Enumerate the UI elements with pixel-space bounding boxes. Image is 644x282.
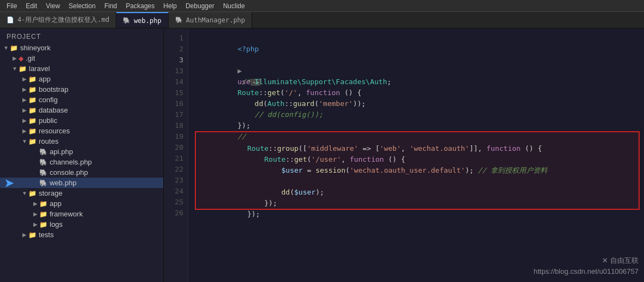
line-num-22: 22	[164, 164, 188, 175]
expand-arrow: ▶	[32, 201, 39, 207]
php-icon: 🐘	[39, 179, 47, 187]
watermark-logo: ✕ 自由互联	[534, 255, 639, 266]
line-num-25: 25	[164, 197, 188, 208]
menu-file[interactable]: File	[2, 1, 21, 11]
code-editor[interactable]: 1 2 3 13 14 15 16 17 18 19 20 21 22 23 2…	[164, 28, 644, 282]
line-num-19: 19	[164, 131, 188, 142]
code-content: 1 2 3 13 14 15 16 17 18 19 20 21 22 23 2…	[164, 28, 644, 282]
line-num-13: 13	[164, 66, 188, 77]
sidebar-item-framework[interactable]: ▶ 📁 framework	[0, 209, 163, 219]
folder-icon: 📁	[28, 190, 37, 197]
folder-icon: 📁	[10, 44, 18, 52]
folder-icon: 📁	[19, 65, 27, 73]
tab-auth-icon: 🐘	[175, 16, 183, 24]
highlight-region: Route::group(['middleware' => ['web', 'w…	[195, 131, 640, 210]
tab-md-label: 4-用户组件之微信授权登入.md	[17, 15, 109, 25]
tab-auth-manager[interactable]: 🐘 AuthManager.php	[169, 12, 252, 28]
sidebar-item-label: channels.php	[50, 158, 92, 166]
sidebar-item-storage-app[interactable]: ▶ 📁 app	[0, 198, 163, 209]
expand-arrow: ▶	[21, 232, 28, 238]
code-line-1: <?php	[195, 33, 644, 44]
code-line-21: $user = session('wechat.oauth_user.defau…	[196, 154, 639, 165]
sidebar-item-tests[interactable]: ▶ 📁 tests	[0, 230, 163, 240]
code-line-2	[195, 44, 644, 55]
sidebar-item-git[interactable]: ▶ ◆ .git	[0, 53, 163, 63]
expand-arrow: ▶	[21, 118, 28, 124]
tab-auth-label: AuthManager.php	[186, 16, 245, 24]
line-num-18: 18	[164, 120, 188, 131]
line-num-26: 26	[164, 208, 188, 219]
sidebar-item-label: console.php	[50, 168, 88, 177]
menu-selection[interactable]: Selection	[64, 1, 100, 11]
sidebar-item-logs[interactable]: ▶ 📁 logs	[0, 219, 163, 230]
folder-icon: 📁	[39, 210, 47, 218]
sidebar-item-label: laravel	[29, 64, 50, 73]
sidebar-item-channels-php[interactable]: 🐘 channels.php	[0, 157, 163, 167]
tab-web-label: web.php	[134, 17, 162, 25]
line-num-3: 3	[164, 55, 188, 66]
expand-arrow: ▶	[32, 221, 39, 227]
sidebar-item-laravel[interactable]: ▼ 📁 laravel	[0, 63, 163, 74]
sidebar-item-routes[interactable]: ▼ 📁 routes	[0, 136, 163, 146]
folder-icon: 📁	[28, 107, 37, 114]
code-line-25: });	[196, 198, 639, 209]
line-num-15: 15	[164, 87, 188, 98]
sidebar-item-label: .git	[26, 54, 35, 62]
menu-debugger[interactable]: Debugger	[181, 1, 219, 11]
tab-bar: 📄 4-用户组件之微信授权登入.md 🐘 web.php 🐘 AuthManag…	[0, 12, 644, 28]
sidebar-item-label: logs	[50, 220, 63, 228]
folder-icon: 📁	[28, 231, 37, 239]
sidebar-item-web-php[interactable]: 🐘 web.php ➤	[0, 178, 163, 188]
folder-icon: 📁	[28, 138, 37, 145]
sidebar-item-label: shineyork	[20, 44, 51, 52]
expand-arrow: ▶	[21, 97, 28, 103]
git-icon: ◆	[19, 55, 23, 62]
menu-edit[interactable]: Edit	[21, 1, 41, 11]
sidebar-item-label: config	[39, 96, 58, 104]
line-num-24: 24	[164, 186, 188, 197]
folder-icon: 📁	[28, 127, 37, 135]
tab-web-icon: 🐘	[123, 17, 130, 24]
expand-arrow: ▶	[32, 211, 39, 217]
sidebar-item-label: storage	[39, 189, 62, 197]
expand-arrow: ▶	[21, 107, 28, 113]
line-num-16: 16	[164, 98, 188, 109]
php-icon: 🐘	[39, 148, 47, 156]
line-num-23: 23	[164, 175, 188, 186]
sidebar-item-public[interactable]: ▶ 📁 public	[0, 115, 163, 126]
sidebar-item-label: api.php	[50, 148, 73, 156]
tab-web-php[interactable]: 🐘 web.php	[116, 12, 169, 28]
sidebar-item-label: tests	[39, 231, 53, 239]
sidebar-item-database[interactable]: ▶ 📁 database	[0, 105, 163, 115]
menu-help[interactable]: Help	[159, 1, 181, 11]
tab-md[interactable]: 📄 4-用户组件之微信授权登入.md	[0, 12, 116, 28]
code-line-24: });	[196, 187, 639, 198]
sidebar-item-api-php[interactable]: 🐘 api.php	[0, 146, 163, 157]
sidebar-item-shineyork[interactable]: ▼ 📁 shineyork	[0, 43, 163, 53]
watermark: ✕ 自由互联 https://blog.csdn.net/u011006757	[534, 255, 639, 277]
tab-md-icon: 📄	[7, 16, 14, 24]
sidebar-item-label: web.php	[50, 179, 76, 187]
menu-nuclide[interactable]: Nuclide	[219, 1, 249, 11]
sidebar-item-resources[interactable]: ▶ 📁 resources	[0, 126, 163, 136]
menu-bar: File Edit View Selection Find Packages H…	[0, 0, 644, 12]
expand-arrow: ▶	[21, 128, 28, 134]
line-num-20: 20	[164, 142, 188, 153]
code-line-20: Route::get('/user', function () {	[196, 143, 639, 154]
code-line-14: Route::get('/', function () {	[195, 77, 644, 87]
menu-find[interactable]: Find	[100, 1, 121, 11]
menu-view[interactable]: View	[41, 1, 64, 11]
sidebar-item-bootstrap[interactable]: ▶ 📁 bootstrap	[0, 84, 163, 95]
sidebar-item-console-php[interactable]: 🐘 console.php	[0, 167, 163, 178]
folder-icon: 📁	[28, 117, 37, 125]
sidebar-item-storage[interactable]: ▼ 📁 storage	[0, 188, 163, 198]
sidebar-item-label: app	[50, 199, 62, 208]
sidebar-item-app[interactable]: ▶ 📁 app	[0, 74, 163, 84]
code-line-19: Route::group(['middleware' => ['web', 'w…	[196, 132, 639, 143]
sidebar-item-label: bootstrap	[39, 85, 68, 93]
line-numbers: 1 2 3 13 14 15 16 17 18 19 20 21 22 23 2…	[164, 28, 188, 282]
sidebar-item-config[interactable]: ▶ 📁 config	[0, 95, 163, 105]
menu-packages[interactable]: Packages	[122, 1, 159, 11]
sidebar[interactable]: Project ▼ 📁 shineyork ▶ ◆ .git ▼ 📁 larav…	[0, 28, 164, 282]
line-num-14: 14	[164, 77, 188, 87]
